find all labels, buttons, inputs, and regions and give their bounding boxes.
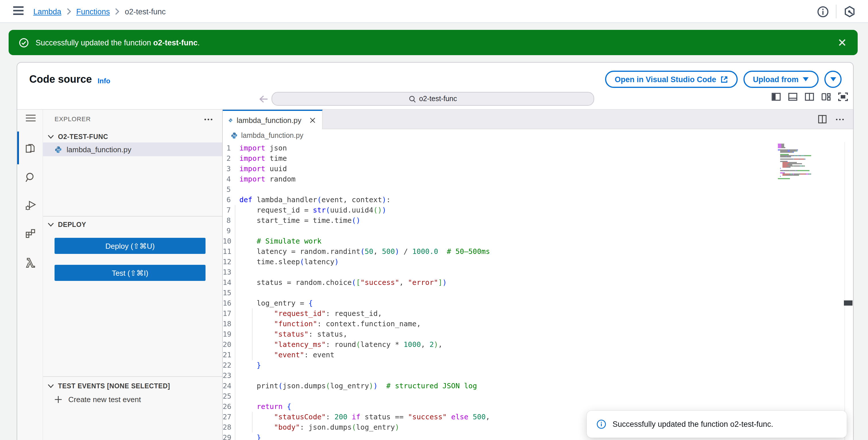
editor-tabbar: lambda_function.py xyxy=(223,110,853,129)
tab-close-icon[interactable] xyxy=(309,116,316,124)
scrollbar-track[interactable] xyxy=(844,142,853,440)
editor-breadcrumb[interactable]: lambda_function.py xyxy=(223,129,853,142)
code-line[interactable]: 22 } xyxy=(223,360,853,371)
code-editor[interactable]: 1import json2import time3import uuid4imp… xyxy=(223,142,853,440)
code-line[interactable]: 17 "request_id": request_id, xyxy=(223,309,853,319)
code-line[interactable]: 11 latency = random.randint(50, 500) / 1… xyxy=(223,246,853,257)
breadcrumb: Lambda Functions o2-test-func xyxy=(33,0,166,23)
file-name: lambda_function.py xyxy=(67,145,131,154)
code-line[interactable]: 26 return { xyxy=(223,402,853,412)
upload-from-button[interactable]: Upload from xyxy=(743,71,818,88)
tab-lambda-function[interactable]: lambda_function.py xyxy=(223,110,322,129)
breadcrumb-separator-icon xyxy=(115,8,120,15)
line-number: 23 xyxy=(223,371,231,381)
split-editor-icon[interactable] xyxy=(805,92,814,101)
project-tree-root[interactable]: O2-TEST-FUNC xyxy=(43,131,222,142)
toast-notification: Successfully updated the function o2-tes… xyxy=(587,411,847,438)
code-line[interactable]: 25 xyxy=(223,391,853,402)
more-actions-caret-button[interactable] xyxy=(825,71,842,88)
external-link-icon xyxy=(720,76,727,83)
amazon-q-icon[interactable] xyxy=(843,5,857,19)
breadcrumb-functions[interactable]: Functions xyxy=(76,7,110,16)
code-lines: 1import json2import time3import uuid4imp… xyxy=(223,143,853,440)
code-line[interactable]: 13 xyxy=(223,267,853,277)
breadcrumb-current: o2-test-func xyxy=(125,7,166,16)
code-line[interactable]: 21 "event": event xyxy=(223,350,853,360)
chevron-down-icon xyxy=(48,135,54,139)
project-name: O2-TEST-FUNC xyxy=(58,133,108,140)
code-line[interactable]: 18 "function": context.function_name, xyxy=(223,319,853,329)
test-events-title: TEST EVENTS [NONE SELECTED] xyxy=(58,383,170,389)
test-events-section-header[interactable]: TEST EVENTS [NONE SELECTED] xyxy=(43,381,222,390)
line-number: 11 xyxy=(223,246,231,257)
console-topbar: Lambda Functions o2-test-func xyxy=(0,0,868,23)
explorer-title: EXPLORER xyxy=(55,115,91,122)
test-button[interactable]: Test (⇧⌘I) xyxy=(55,265,206,281)
chevron-down-icon xyxy=(48,222,54,227)
section-divider xyxy=(43,216,222,216)
line-number: 12 xyxy=(223,257,231,267)
code-line[interactable]: 9 xyxy=(223,226,853,236)
code-line[interactable]: 5 xyxy=(223,184,853,195)
info-link[interactable]: Info xyxy=(98,77,110,85)
line-number: 14 xyxy=(223,277,231,288)
code-line[interactable]: 8 start_time = time.time() xyxy=(223,215,853,226)
info-icon xyxy=(596,419,606,429)
code-line[interactable]: 20 "latency_ms": round(latency * 1000, 2… xyxy=(223,340,853,350)
explorer-header: EXPLORER xyxy=(43,115,222,125)
run-debug-icon[interactable] xyxy=(24,199,37,212)
activity-bar xyxy=(17,110,42,440)
editor-actions xyxy=(818,110,853,129)
search-icon[interactable] xyxy=(24,171,37,184)
code-line[interactable]: 4import random xyxy=(223,174,853,184)
aws-lambda-icon[interactable] xyxy=(24,256,37,269)
scrollbar-handle[interactable] xyxy=(844,300,852,305)
toggle-panel-icon[interactable] xyxy=(788,92,797,101)
info-icon[interactable] xyxy=(816,5,830,19)
open-in-vscode-button[interactable]: Open in Visual Studio Code xyxy=(605,71,737,88)
active-view-indicator xyxy=(17,131,19,164)
code-line[interactable]: 19 "status": status, xyxy=(223,329,853,340)
explorer-icon[interactable] xyxy=(24,142,37,156)
deploy-button[interactable]: Deploy (⇧⌘U) xyxy=(55,238,206,254)
create-test-event[interactable]: Create new test event xyxy=(43,393,222,405)
flashbar-close-icon[interactable] xyxy=(837,37,847,48)
code-line[interactable]: 12 time.sleep(latency) xyxy=(223,257,853,267)
line-number: 1 xyxy=(223,143,231,153)
code-line[interactable]: 2import time xyxy=(223,153,853,164)
chevron-down-icon xyxy=(48,384,54,388)
code-line[interactable]: 16 log_entry = { xyxy=(223,298,853,309)
line-number: 9 xyxy=(223,226,231,236)
toggle-sidebar-icon[interactable] xyxy=(772,92,781,101)
code-source-panel: Code source Info Open in Visual Studio C… xyxy=(17,62,854,440)
breadcrumb-lambda[interactable]: Lambda xyxy=(33,7,61,16)
code-line[interactable]: 6def lambda_handler(event, context): xyxy=(223,195,853,205)
menu-icon[interactable] xyxy=(24,111,37,125)
explorer-more-icon[interactable] xyxy=(204,115,213,125)
more-actions-icon[interactable] xyxy=(835,115,844,123)
deploy-section-header[interactable]: DEPLOY xyxy=(43,220,222,229)
line-number: 4 xyxy=(223,174,231,184)
file-item-selected[interactable]: lambda_function.py xyxy=(43,143,222,156)
minimap[interactable] xyxy=(778,144,815,179)
section-divider xyxy=(43,376,222,377)
code-line[interactable]: 24 print(json.dumps(log_entry)) # struct… xyxy=(223,381,853,391)
extensions-icon[interactable] xyxy=(24,227,37,241)
code-line[interactable]: 10 # Simulate work xyxy=(223,236,853,246)
split-editor-icon[interactable] xyxy=(818,115,827,123)
code-line[interactable]: 7 request_id = str(uuid.uuid4()) xyxy=(223,205,853,215)
command-search-input[interactable]: o2-test-func xyxy=(272,92,594,106)
line-number: 19 xyxy=(223,329,231,340)
code-line[interactable]: 14 status = random.choice(["success", "e… xyxy=(223,277,853,288)
code-line[interactable]: 23 xyxy=(223,371,853,381)
code-line[interactable]: 3import uuid xyxy=(223,164,853,174)
fullscreen-icon[interactable] xyxy=(838,92,848,101)
line-number: 26 xyxy=(223,402,231,412)
history-back-icon[interactable] xyxy=(257,94,268,106)
customize-layout-icon[interactable] xyxy=(822,92,831,101)
line-number: 10 xyxy=(223,236,231,246)
code-line[interactable]: 1import json xyxy=(223,143,853,153)
nav-hamburger-icon[interactable] xyxy=(11,5,26,18)
code-line[interactable]: 15 xyxy=(223,288,853,298)
caret-down-icon xyxy=(830,77,836,82)
